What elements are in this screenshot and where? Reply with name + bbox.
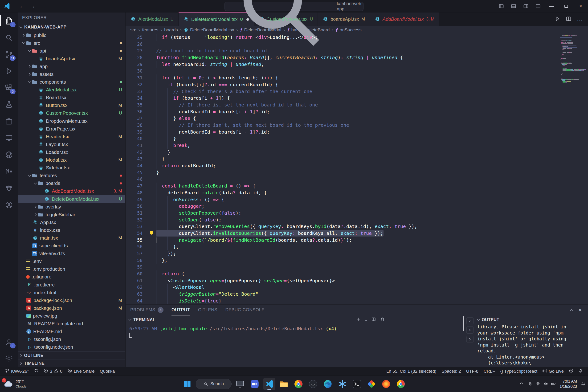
code-line[interactable]: 64 isDelete={true} — [126, 298, 560, 304]
tree-file-package-json[interactable]: npackage.jsonM — [18, 304, 125, 312]
tree-file-modal-tsx[interactable]: Modal.tsxM — [18, 156, 125, 164]
status-ports[interactable] — [566, 367, 576, 376]
code-line[interactable]: 48 deleteBoard.mutate(data?.data.id, { — [126, 190, 560, 196]
output-header[interactable]: OUTPUT — [477, 316, 588, 324]
start-button[interactable] — [181, 378, 194, 390]
video-call-app-icon[interactable] — [248, 378, 261, 390]
tree-file-vite-env-d-ts[interactable]: TSvite-env.d.ts — [18, 250, 125, 258]
panel-tab-debug-console[interactable]: DEBUG CONSOLE — [225, 304, 264, 316]
breadcrumb-item[interactable]: boards — [164, 27, 178, 32]
activity-explorer-icon[interactable]: 1 — [0, 12, 18, 29]
tree-file-addboardmodal-tsx[interactable]: AddBoardModal.tsx3, M — [18, 187, 125, 195]
taskbar-clock[interactable]: 7:01 AM 1/18/2023 — [560, 379, 577, 389]
panel-tab-gitlens[interactable]: GITLENS — [198, 304, 217, 316]
tree-file--env-production[interactable]: .env.production — [18, 265, 125, 273]
tree-folder-assets[interactable]: assets — [18, 70, 125, 78]
code-line[interactable]: 26 — [126, 41, 560, 48]
tree-file-alertmodal-tsx[interactable]: AlertModal.tsxU — [18, 86, 125, 94]
forward-icon[interactable]: → — [30, 3, 35, 10]
code-line[interactable]: 41 break; — [126, 142, 560, 149]
code-line[interactable]: 25 if (status === 'loading') return <div… — [126, 34, 560, 41]
tree-file-header-tsx[interactable]: Header.tsxM — [18, 133, 125, 140]
activity-extensions-icon[interactable]: 2 — [0, 80, 18, 96]
code-line[interactable]: 53 queryClient.removeQueries({ queryKey:… — [126, 223, 560, 230]
tree-folder-public[interactable]: public — [18, 31, 125, 39]
status-problems[interactable]: 30 — [41, 367, 65, 376]
activity-accounts-icon[interactable]: 1 — [0, 334, 18, 350]
timeline-section[interactable]: TIMELINE — [18, 359, 125, 367]
tree-folder-app[interactable]: app — [18, 62, 125, 70]
code-line[interactable]: 63 triggerButton="Delete Board" — [126, 291, 560, 298]
code-line[interactable]: 27// a function to find the next board i… — [126, 47, 560, 54]
activity-source-control-icon[interactable]: 11 — [0, 46, 18, 63]
code-line[interactable]: 50 debugger; — [126, 203, 560, 210]
split-terminal-icon[interactable] — [371, 317, 376, 323]
code-editor[interactable]: 25 if (status === 'loading') return <div… — [126, 34, 588, 304]
code-line[interactable]: 31 for (let i = 0; i < boards.length; i+… — [126, 74, 560, 81]
tree-file-custompopover-tsx[interactable]: CustomPopover.tsxU — [18, 109, 125, 117]
panel-tab-output[interactable]: OUTPUT — [172, 304, 190, 316]
code-line[interactable]: 38 // If there isn't, set the next board… — [126, 122, 560, 128]
tree-file--env[interactable]: .env — [18, 258, 125, 265]
activity-docker-icon[interactable] — [0, 113, 18, 130]
terminal-session-icon[interactable] — [466, 336, 474, 343]
kill-terminal-icon[interactable] — [380, 317, 385, 323]
code-line[interactable]: 32 if (boards[i]?.id === currentBoardId)… — [126, 81, 560, 88]
tree-folder-togglesidebar[interactable]: toggleSidebar — [18, 210, 125, 218]
code-line[interactable]: 49 onSuccess: () => { — [126, 196, 560, 203]
code-line[interactable]: 42 } — [126, 149, 560, 156]
tree-file-tsconfig-json[interactable]: {}tsconfig.json — [18, 336, 125, 343]
status-live-share[interactable]: Live Share — [65, 367, 97, 376]
lightbulb-icon[interactable] — [149, 231, 154, 236]
new-terminal-icon[interactable] — [356, 317, 361, 323]
split-editor-icon[interactable] — [566, 16, 572, 22]
terminal-app-icon[interactable] — [351, 378, 363, 390]
activity-github-icon[interactable] — [0, 146, 18, 163]
maximize-panel-icon[interactable] — [570, 309, 573, 312]
tree-file-supe-client-ts[interactable]: TSsupe-client.ts — [18, 242, 125, 250]
tree-file-dropdownmenu-tsx[interactable]: DropdownMenu.tsx — [18, 117, 125, 125]
tree-folder-components[interactable]: components — [18, 78, 125, 86]
run-icon[interactable] — [554, 16, 560, 22]
tree-file-sidebar-tsx[interactable]: Sidebar.tsx — [18, 164, 125, 172]
tree-file-index-html[interactable]: <>index.html — [18, 288, 125, 296]
status-language-mode[interactable]: {} TypeScript React — [498, 367, 540, 376]
chrome-icon[interactable] — [292, 378, 304, 390]
tree-folder-api[interactable]: api — [18, 47, 125, 55]
tree-file-preview-jpg[interactable]: preview.jpg — [18, 312, 125, 320]
dark-app-icon[interactable] — [307, 378, 319, 390]
code-line[interactable]: 33 // Check if there's a board after the… — [126, 88, 560, 95]
minimize-button[interactable]: — — [544, 0, 559, 12]
code-line[interactable]: 29 let nextBoardId: string | undefined; — [126, 61, 560, 68]
code-line[interactable]: 56 }, — [126, 243, 560, 250]
terminal-picker-icon[interactable] — [365, 317, 367, 322]
breadcrumb-item[interactable]: ƒonSuccess — [336, 27, 362, 32]
code-line[interactable]: 57 }); — [126, 250, 560, 257]
code-line[interactable]: 30 — [126, 68, 560, 74]
tree-file-app-tsx[interactable]: App.tsx — [18, 218, 125, 226]
code-line[interactable]: 36 nextBoardId = boards[i + 1]?.id; — [126, 108, 560, 115]
close-panel-icon[interactable]: × — [578, 306, 582, 314]
code-line[interactable]: 61 <CustomPopover open={openPopover} set… — [126, 277, 560, 284]
photos-app-icon[interactable] — [366, 378, 378, 390]
tree-folder-src[interactable]: src — [18, 39, 125, 47]
activity-testing-icon[interactable] — [0, 96, 18, 113]
activity-quokka-icon[interactable] — [0, 180, 18, 196]
code-line[interactable]: 44 return nextBoardId; — [126, 162, 560, 169]
tree-file-layout-tsx[interactable]: Layout.tsx — [18, 140, 125, 148]
status-encoding[interactable]: UTF-8 — [464, 367, 481, 376]
back-icon[interactable]: ← — [19, 3, 25, 10]
terminal-header[interactable]: TERMINAL — [126, 316, 463, 324]
code-line[interactable]: 39 nextBoardId = boards[i - 1]?.id; — [126, 128, 560, 136]
code-line[interactable]: 59 — [126, 264, 560, 270]
activity-run-debug-icon[interactable] — [0, 63, 18, 80]
explorer-more-icon[interactable]: ··· — [114, 14, 121, 21]
chrome-2-icon[interactable] — [394, 378, 407, 390]
command-center-search[interactable]: kanban-web-app — [224, 2, 364, 11]
status-eol[interactable]: CRLF — [481, 367, 498, 376]
workspace-section-header[interactable]: KANBAN-WEB-APP — [18, 23, 125, 31]
output-content[interactable]: library. Please install jshint inyour wo… — [477, 324, 588, 367]
weather-widget[interactable]: 1 23°F Cloudy — [0, 379, 26, 389]
activity-settings-icon[interactable] — [0, 350, 18, 367]
breadcrumb-item[interactable]: src — [130, 27, 136, 32]
